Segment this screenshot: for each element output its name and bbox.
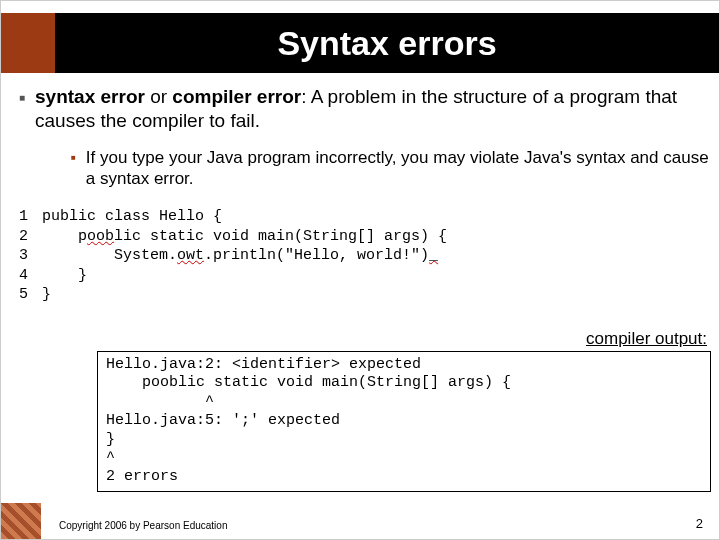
code-block: 1 2 3 4 5 public class Hello { pooblic s… [19,207,711,305]
error-underline: oob [87,228,114,245]
term-compiler-error: compiler error [172,86,301,107]
code-body: public class Hello { pooblic static void… [42,207,447,305]
bullet-sub: ■ If you type your Java program incorrec… [71,147,711,190]
corner-decoration [1,503,41,539]
copyright-text: Copyright 2006 by Pearson Education [59,520,227,531]
slide: Syntax errors ■ syntax error or compiler… [0,0,720,540]
square-bullet-icon: ■ [19,92,25,105]
error-underline: owt [177,247,204,264]
code-line-numbers: 1 2 3 4 5 [19,207,42,305]
compiler-output-label: compiler output: [19,329,707,349]
accent-strip [1,13,55,73]
slide-content: ■ syntax error or compiler error: A prob… [19,79,711,492]
page-number: 2 [696,516,703,531]
bullet-main-text: syntax error or compiler error: A proble… [35,85,711,133]
error-underline: _ [429,247,438,264]
bullet-main: ■ syntax error or compiler error: A prob… [19,85,711,133]
term-syntax-error: syntax error [35,86,145,107]
bullet-sub-text: If you type your Java program incorrectl… [86,147,711,190]
compiler-output-box: Hello.java:2: <identifier> expected poob… [97,351,711,492]
slide-title: Syntax errors [55,13,719,73]
square-bullet-icon: ■ [71,153,76,163]
